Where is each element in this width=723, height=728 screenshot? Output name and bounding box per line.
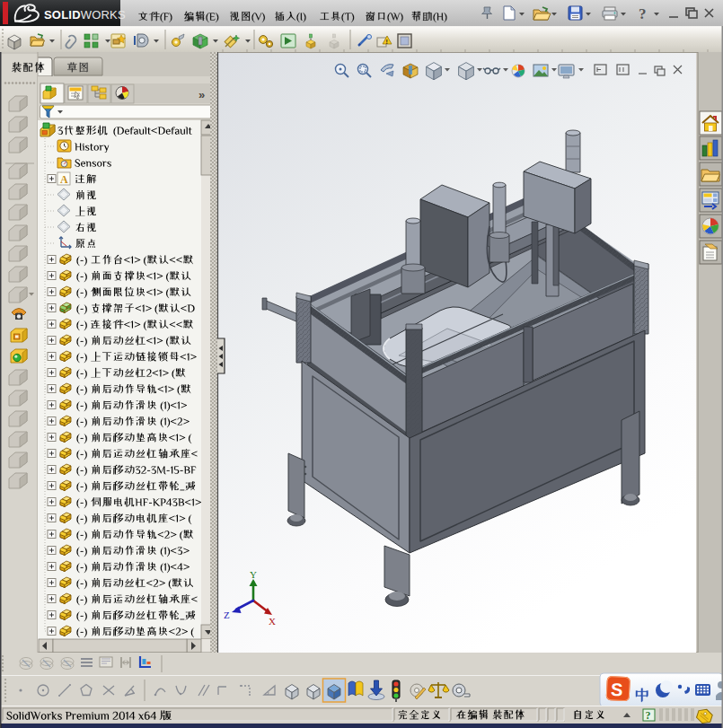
svg-text:Y: Y	[250, 569, 257, 580]
svg-text:Z: Z	[224, 610, 230, 620]
svg-text:X: X	[269, 616, 276, 627]
svg-text:»: »	[198, 88, 205, 101]
svg-text:?: ?	[639, 5, 647, 22]
svg-text:SOLIDWORKS: SOLIDWORKS	[44, 8, 126, 22]
svg-text:!: !	[385, 39, 387, 45]
svg-text:?: ?	[646, 709, 651, 722]
svg-text:A: A	[60, 173, 68, 186]
svg-text:S: S	[611, 680, 623, 700]
